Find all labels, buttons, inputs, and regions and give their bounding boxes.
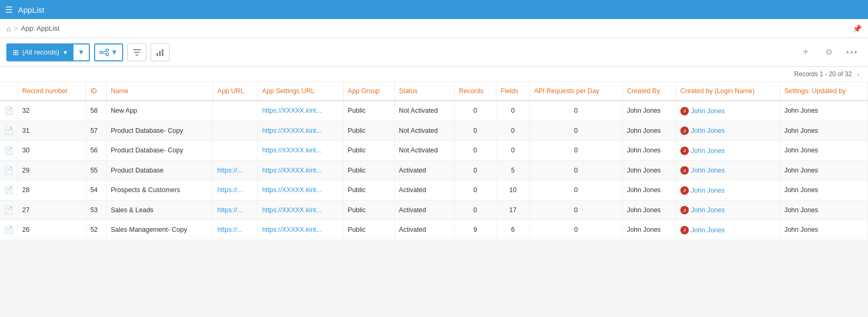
login-name-link[interactable]: John Jones (691, 227, 725, 234)
col-status[interactable]: Status (394, 82, 454, 101)
col-fields[interactable]: Fields (496, 82, 530, 101)
login-name-link[interactable]: John Jones (691, 107, 725, 115)
app-url-link[interactable]: https://... (217, 226, 243, 233)
created-by: John Jones (622, 180, 676, 201)
app-settings-url-link[interactable]: https://XXXXX.kint... (262, 167, 322, 174)
login-name-with-avatar: J John Jones (680, 186, 725, 195)
home-icon[interactable]: ⌂ (6, 24, 11, 33)
svg-line-4 (102, 52, 106, 53)
status: Not Activated (394, 101, 454, 121)
avatar: J (680, 206, 689, 214)
col-created-by[interactable]: Created By (622, 82, 676, 101)
options-arrow-icon: ▼ (78, 48, 85, 56)
login-name-link[interactable]: John Jones (691, 187, 725, 194)
status: Not Activated (394, 121, 454, 141)
login-name-link[interactable]: John Jones (691, 127, 725, 134)
app-url-cell: https://... (213, 200, 258, 220)
breadcrumb-separator: > (14, 25, 17, 32)
api-requests: 0 (530, 101, 623, 121)
status: Activated (394, 200, 454, 220)
table-wrap: Record number ID Name App URL App Settin… (0, 82, 868, 240)
col-app-url[interactable]: App URL (213, 82, 258, 101)
api-requests: 0 (530, 160, 623, 180)
add-button[interactable]: + (796, 43, 815, 61)
svg-point-1 (106, 49, 108, 51)
records-count: 0 (454, 160, 496, 180)
app-group: Public (343, 200, 394, 220)
pin-icon[interactable]: 📌 (853, 24, 862, 33)
col-login-name[interactable]: Created by (Login Name) (676, 82, 780, 101)
updated-by: John Jones (780, 141, 867, 161)
settings-button[interactable]: ⚙ (819, 43, 838, 61)
app-settings-url-link[interactable]: https://XXXXX.kint... (262, 147, 322, 154)
login-name-link[interactable]: John Jones (691, 147, 725, 155)
app-group: Public (343, 101, 394, 121)
updated-by: John Jones (780, 160, 867, 180)
record-name: Sales Management- Copy (106, 220, 213, 240)
share-button[interactable]: ▼ (94, 43, 123, 61)
share-dropdown-arrow: ▼ (111, 48, 118, 56)
filter-button[interactable] (127, 43, 146, 61)
login-name-cell: J John Jones (676, 220, 780, 240)
app-settings-url-cell: https://XXXXX.kint... (257, 160, 343, 180)
api-requests: 0 (530, 220, 623, 240)
col-records[interactable]: Records (454, 82, 496, 101)
next-page-button[interactable]: › (857, 70, 860, 78)
login-name-link[interactable]: John Jones (691, 167, 725, 174)
record-number: 30 (18, 141, 86, 161)
record-id: 58 (86, 101, 106, 121)
col-record-number[interactable]: Record number (18, 82, 86, 101)
app-settings-url-cell: https://XXXXX.kint... (257, 101, 343, 121)
login-name-with-avatar: J John Jones (680, 126, 725, 135)
login-name-cell: J John Jones (676, 141, 780, 161)
record-number: 32 (18, 101, 86, 121)
app-url-link[interactable]: https://... (217, 186, 243, 194)
col-api-requests[interactable]: API Requests per Day (530, 82, 623, 101)
fields-count: 10 (496, 180, 530, 201)
more-button[interactable]: ••• (843, 43, 862, 61)
app-settings-url-cell: https://XXXXX.kint... (257, 180, 343, 201)
updated-by: John Jones (780, 220, 867, 240)
svg-point-2 (106, 53, 108, 56)
record-name: Product Database- Copy (106, 141, 213, 161)
svg-line-3 (102, 50, 106, 51)
row-icon: 📄 (0, 180, 18, 201)
app-settings-url-link[interactable]: https://XXXXX.kint... (262, 127, 322, 134)
menu-icon[interactable]: ☰ (5, 5, 13, 15)
view-selector[interactable]: ⊞ (All records) ▼ ▼ (6, 43, 90, 61)
app-url-link[interactable]: https://... (217, 206, 243, 214)
avatar: J (680, 107, 689, 115)
fields-count: 5 (496, 160, 530, 180)
table-row: 📄 26 52 Sales Management- Copy https://.… (0, 220, 868, 240)
svg-rect-6 (159, 51, 161, 56)
app-settings-url-link[interactable]: https://XXXXX.kint... (262, 107, 322, 114)
table-row: 📄 30 56 Product Database- Copy https://X… (0, 141, 868, 161)
login-name-link[interactable]: John Jones (691, 206, 725, 214)
col-app-settings-url[interactable]: App Settings URL (257, 82, 343, 101)
app-url-cell (213, 101, 258, 121)
app-settings-url-link[interactable]: https://XXXXX.kint... (262, 226, 322, 233)
view-selector-main[interactable]: ⊞ (All records) ▼ (7, 44, 73, 60)
avatar: J (680, 226, 689, 234)
status: Activated (394, 160, 454, 180)
chart-button[interactable] (151, 43, 170, 61)
app-settings-url-link[interactable]: https://XXXXX.kint... (262, 206, 322, 214)
login-name-with-avatar: J John Jones (680, 226, 725, 234)
view-options-dropdown[interactable]: ▼ (73, 44, 89, 60)
col-id[interactable]: ID (86, 82, 106, 101)
app-url-link[interactable]: https://... (217, 167, 243, 174)
record-name: New App (106, 101, 213, 121)
status: Activated (394, 220, 454, 240)
col-updated-by[interactable]: Settings: Updated by (780, 82, 867, 101)
col-name[interactable]: Name (106, 82, 213, 101)
records-count: 0 (454, 121, 496, 141)
app-settings-url-link[interactable]: https://XXXXX.kint... (262, 186, 322, 194)
login-name-cell: J John Jones (676, 200, 780, 220)
app-group: Public (343, 121, 394, 141)
app-url-cell (213, 121, 258, 141)
records-count: 0 (454, 101, 496, 121)
app-url-cell: https://... (213, 180, 258, 201)
table-row: 📄 32 58 New App https://XXXXX.kint... Pu… (0, 101, 868, 121)
col-app-group[interactable]: App Group (343, 82, 394, 101)
row-icon: 📄 (0, 200, 18, 220)
